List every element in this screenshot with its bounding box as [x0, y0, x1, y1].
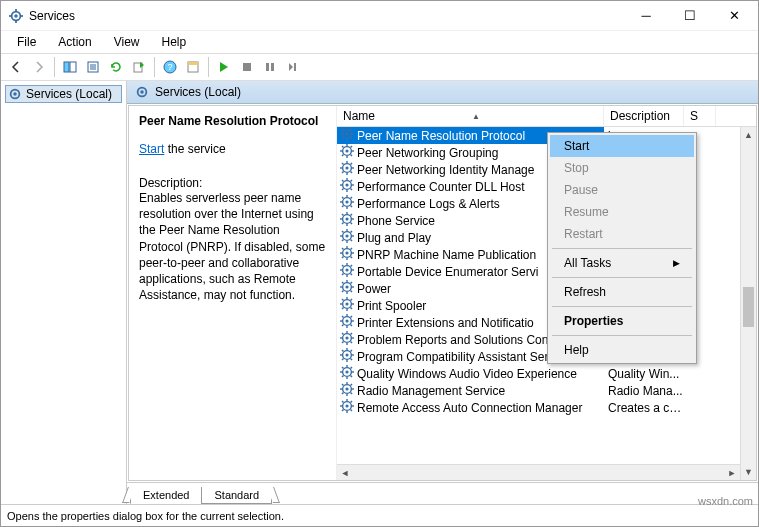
column-name[interactable]: Name▲: [337, 106, 604, 126]
window-title: Services: [29, 9, 75, 23]
svg-line-53: [342, 172, 343, 173]
properties-button[interactable]: [182, 56, 204, 78]
service-name: Plug and Play: [357, 231, 431, 245]
stop-service-button[interactable]: [236, 56, 258, 78]
service-name: Printer Extensions and Notificatio: [357, 316, 534, 330]
svg-point-146: [345, 336, 348, 339]
refresh-button[interactable]: [105, 56, 127, 78]
menubar: File Action View Help: [1, 31, 758, 53]
table-row[interactable]: Quality Windows Audio Video ExperienceQu…: [337, 365, 756, 382]
minimize-button[interactable]: ─: [624, 2, 668, 30]
svg-line-183: [342, 393, 343, 394]
svg-line-102: [351, 257, 352, 258]
ctx-resume: Resume: [550, 201, 694, 223]
table-row[interactable]: Radio Management ServiceRadio Mana...: [337, 382, 756, 399]
show-hide-tree-button[interactable]: [59, 56, 81, 78]
tab-extended[interactable]: Extended: [130, 487, 202, 504]
svg-line-64: [351, 180, 352, 181]
menu-action[interactable]: Action: [48, 33, 101, 51]
service-name: Quality Windows Audio Video Experience: [357, 367, 577, 381]
svg-line-32: [351, 138, 352, 139]
menu-file[interactable]: File: [7, 33, 46, 51]
svg-line-111: [342, 265, 343, 266]
svg-line-101: [342, 248, 343, 249]
gear-icon: [340, 161, 354, 178]
svg-line-122: [351, 291, 352, 292]
svg-line-34: [351, 129, 352, 130]
svg-line-44: [351, 146, 352, 147]
svg-line-121: [342, 282, 343, 283]
svg-line-162: [351, 359, 352, 360]
ctx-all-tasks[interactable]: All Tasks▶: [550, 252, 694, 274]
ctx-start[interactable]: Start: [550, 135, 694, 157]
console-tree[interactable]: Services (Local): [1, 81, 127, 504]
scroll-up-icon[interactable]: ▲: [741, 127, 756, 143]
export-button[interactable]: [82, 56, 104, 78]
svg-line-62: [351, 189, 352, 190]
svg-line-142: [351, 325, 352, 326]
svg-line-132: [351, 308, 352, 309]
forward-button[interactable]: [28, 56, 50, 78]
svg-line-191: [342, 401, 343, 402]
titlebar[interactable]: Services ─ ☐ ✕: [1, 1, 758, 31]
description-text: Enables serverless peer name resolution …: [139, 190, 326, 303]
svg-line-104: [351, 248, 352, 249]
column-startup[interactable]: S: [684, 106, 716, 126]
vertical-scrollbar[interactable]: ▲ ▼: [740, 127, 756, 480]
tree-node-services-local[interactable]: Services (Local): [5, 85, 122, 103]
svg-point-66: [345, 200, 348, 203]
gear-icon: [340, 348, 354, 365]
restart-service-button[interactable]: [282, 56, 304, 78]
service-name: Peer Name Resolution Protocol: [357, 129, 525, 143]
svg-rect-20: [294, 63, 296, 71]
service-name: Performance Counter DLL Host: [357, 180, 525, 194]
svg-line-153: [342, 342, 343, 343]
export-list-button[interactable]: [128, 56, 150, 78]
start-service-button[interactable]: [213, 56, 235, 78]
gear-icon: [340, 331, 354, 348]
selected-service-name: Peer Name Resolution Protocol: [139, 114, 326, 128]
svg-line-134: [351, 299, 352, 300]
svg-rect-17: [243, 63, 251, 71]
column-description[interactable]: Description: [604, 106, 684, 126]
service-desc: Creates a co...: [604, 401, 684, 415]
svg-point-26: [345, 132, 348, 135]
service-name: Performance Logs & Alerts: [357, 197, 500, 211]
scroll-down-icon[interactable]: ▼: [741, 464, 756, 480]
svg-point-1: [14, 14, 18, 18]
svg-point-166: [345, 370, 348, 373]
svg-line-33: [342, 138, 343, 139]
svg-line-81: [342, 214, 343, 215]
svg-line-113: [342, 274, 343, 275]
help-button[interactable]: ?: [159, 56, 181, 78]
scroll-left-icon[interactable]: ◄: [337, 465, 353, 480]
svg-line-152: [351, 342, 352, 343]
svg-line-172: [351, 376, 352, 377]
back-button[interactable]: [5, 56, 27, 78]
svg-point-176: [345, 387, 348, 390]
svg-point-96: [345, 251, 348, 254]
ctx-properties[interactable]: Properties: [550, 310, 694, 332]
svg-line-164: [351, 350, 352, 351]
service-desc: Radio Mana...: [604, 384, 684, 398]
svg-point-46: [345, 166, 348, 169]
svg-line-174: [351, 367, 352, 368]
tab-standard[interactable]: Standard: [201, 487, 272, 504]
menu-help[interactable]: Help: [152, 33, 197, 51]
svg-line-123: [342, 291, 343, 292]
ctx-refresh[interactable]: Refresh: [550, 281, 694, 303]
table-row[interactable]: Remote Access Auto Connection ManagerCre…: [337, 399, 756, 416]
close-button[interactable]: ✕: [712, 2, 756, 30]
pause-service-button[interactable]: [259, 56, 281, 78]
start-link[interactable]: Start: [139, 142, 164, 156]
ctx-help[interactable]: Help: [550, 339, 694, 361]
scroll-thumb[interactable]: [743, 287, 754, 327]
svg-line-41: [342, 146, 343, 147]
maximize-button[interactable]: ☐: [668, 2, 712, 30]
pane-header: Services (Local): [127, 81, 758, 104]
horizontal-scrollbar[interactable]: ◄ ►: [337, 464, 740, 480]
svg-line-154: [351, 333, 352, 334]
scroll-right-icon[interactable]: ►: [724, 465, 740, 480]
menu-view[interactable]: View: [104, 33, 150, 51]
svg-line-91: [342, 231, 343, 232]
